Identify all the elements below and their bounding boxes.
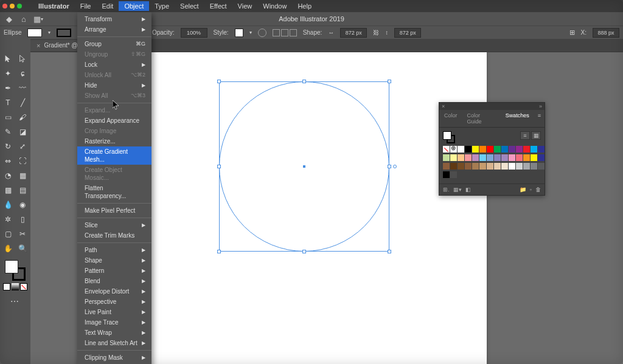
swatch[interactable] xyxy=(443,171,450,178)
menu-item-flatten-transparency-[interactable]: Flatten Transparency... xyxy=(77,183,151,201)
perspective-grid-tool[interactable]: ▦ xyxy=(16,169,29,182)
menu-item-slice[interactable]: Slice▶ xyxy=(77,220,151,230)
swatch[interactable] xyxy=(501,154,508,161)
menu-item-expand-appearance[interactable]: Expand Appearance xyxy=(77,115,151,126)
swatch[interactable] xyxy=(465,154,472,161)
swatch[interactable] xyxy=(516,146,523,153)
panel-fill-stroke[interactable] xyxy=(443,131,455,143)
slice-tool[interactable]: ✂ xyxy=(16,227,29,241)
menu-item-line-and-sketch-art[interactable]: Line and Sketch Art▶ xyxy=(77,338,151,348)
menu-illustrator[interactable]: Illustrator xyxy=(33,1,75,11)
swatch[interactable] xyxy=(531,154,537,161)
fill-swatch[interactable] xyxy=(27,29,42,37)
swatch[interactable] xyxy=(523,146,530,153)
swatch[interactable] xyxy=(443,146,450,153)
swatch[interactable] xyxy=(458,146,464,153)
swatch[interactable] xyxy=(450,171,457,178)
lasso-tool[interactable]: ɕ xyxy=(16,67,29,80)
menu-item-group[interactable]: Group⌘G xyxy=(77,39,151,49)
panel-menu-icon[interactable]: ≡ xyxy=(534,110,545,127)
x-value[interactable]: 888 px xyxy=(593,28,619,38)
mesh-tool[interactable]: ▩ xyxy=(1,184,15,197)
handle-bottom-mid[interactable] xyxy=(302,250,306,253)
tab-color-guide[interactable]: Color Guide xyxy=(462,110,501,127)
menu-item-make-pixel-perfect[interactable]: Make Pixel Perfect xyxy=(77,205,151,216)
object-menu-dropdown[interactable]: Transform▶Arrange▶Group⌘GUngroup⇧⌘GLock▶… xyxy=(77,12,151,364)
list-view-icon[interactable]: ≡ xyxy=(520,131,530,140)
swatch[interactable] xyxy=(501,163,508,170)
edit-toolbar-icon[interactable]: ⋯ xyxy=(10,297,20,306)
artboard-tool[interactable]: ▢ xyxy=(1,227,15,241)
swatch[interactable] xyxy=(450,154,457,161)
swatch[interactable] xyxy=(494,146,501,153)
thumbnail-view-icon[interactable]: ▦ xyxy=(531,131,541,140)
swatch[interactable] xyxy=(472,163,479,170)
swatch[interactable] xyxy=(523,163,530,170)
menu-item-hide[interactable]: Hide▶ xyxy=(77,80,151,91)
swatch[interactable] xyxy=(531,146,537,153)
menu-item-pattern[interactable]: Pattern▶ xyxy=(77,266,151,276)
menu-item-path[interactable]: Path▶ xyxy=(77,245,151,255)
menu-item-create-trim-marks[interactable]: Create Trim Marks xyxy=(77,230,151,241)
menu-edit[interactable]: Edit xyxy=(96,1,119,11)
swatch[interactable] xyxy=(472,146,479,153)
menu-object[interactable]: Object xyxy=(119,1,149,11)
minimize-window-icon[interactable] xyxy=(10,4,15,9)
swatch[interactable] xyxy=(479,146,486,153)
swatch[interactable] xyxy=(472,154,479,161)
menu-file[interactable]: File xyxy=(75,1,97,11)
menu-effect[interactable]: Effect xyxy=(204,1,232,11)
swatch-row-2[interactable] xyxy=(443,154,541,161)
menu-item-image-trace[interactable]: Image Trace▶ xyxy=(77,317,151,328)
menu-item-lock[interactable]: Lock▶ xyxy=(77,60,151,70)
arrange-documents-icon[interactable]: ▦ ▾ xyxy=(33,13,44,24)
handle-bottom-right[interactable] xyxy=(388,250,391,253)
menu-item-live-paint[interactable]: Live Paint▶ xyxy=(77,307,151,317)
close-window-icon[interactable] xyxy=(2,4,7,9)
menu-item-clipping-mask[interactable]: Clipping Mask▶ xyxy=(77,352,151,363)
swatch[interactable] xyxy=(509,154,515,161)
shape-width-value[interactable]: 872 px xyxy=(340,28,367,38)
menu-select[interactable]: Select xyxy=(175,1,204,11)
new-color-group-icon[interactable]: 📁 xyxy=(520,187,526,193)
delete-swatch-icon[interactable]: 🗑 xyxy=(535,187,541,193)
menu-item-create-gradient-mesh-[interactable]: Create Gradient Mesh... xyxy=(77,146,151,165)
shaper-tool[interactable]: ✎ xyxy=(1,125,15,139)
width-tool[interactable]: ⇔ xyxy=(1,154,15,168)
swatch-kind-icon[interactable]: ▦▾ xyxy=(453,187,462,193)
shape-height-value[interactable]: 872 px xyxy=(394,28,421,38)
menu-view[interactable]: View xyxy=(232,1,258,11)
close-tab-icon[interactable]: × xyxy=(37,42,40,49)
paintbrush-tool[interactable]: 🖌 xyxy=(16,111,29,124)
panel-collapse-icon[interactable]: » xyxy=(539,103,542,109)
zoom-window-icon[interactable] xyxy=(17,4,22,9)
swatch[interactable] xyxy=(479,154,486,161)
eraser-tool[interactable]: ◪ xyxy=(16,125,29,139)
swatch[interactable] xyxy=(538,146,545,153)
swatch-row-3[interactable] xyxy=(443,163,541,170)
column-graph-tool[interactable]: ▯ xyxy=(16,213,29,226)
handle-mid-right[interactable] xyxy=(388,165,391,168)
curvature-tool[interactable]: 〰 xyxy=(16,81,29,95)
swatch[interactable] xyxy=(487,146,493,153)
new-swatch-icon[interactable]: ▫ xyxy=(530,187,532,193)
menu-item-arrange[interactable]: Arrange▶ xyxy=(77,24,151,35)
magic-wand-tool[interactable]: ✦ xyxy=(1,67,15,80)
swatch[interactable] xyxy=(538,154,545,161)
swatch[interactable] xyxy=(487,154,493,161)
window-traffic-lights[interactable] xyxy=(2,4,22,9)
recolor-artwork-icon[interactable] xyxy=(258,29,266,37)
color-mode-buttons[interactable] xyxy=(3,283,27,290)
swatch[interactable] xyxy=(509,146,515,153)
swatch-libraries-icon[interactable]: ⊞. xyxy=(443,187,450,193)
rectangle-tool[interactable]: ▭ xyxy=(1,111,15,124)
swatches-panel[interactable]: ×» Color Color Guide Swatches ≡ ≡ ▦ ⊞. ▦… xyxy=(439,102,545,196)
swatch[interactable] xyxy=(465,163,472,170)
swatch[interactable] xyxy=(465,146,472,153)
swatch[interactable] xyxy=(487,163,493,170)
stroke-swatch[interactable] xyxy=(57,29,71,37)
scale-tool[interactable]: ⤢ xyxy=(16,140,29,153)
graphic-style[interactable] xyxy=(235,29,243,37)
direct-selection-tool[interactable] xyxy=(16,52,29,66)
gradient-tool[interactable]: ▤ xyxy=(16,184,29,197)
